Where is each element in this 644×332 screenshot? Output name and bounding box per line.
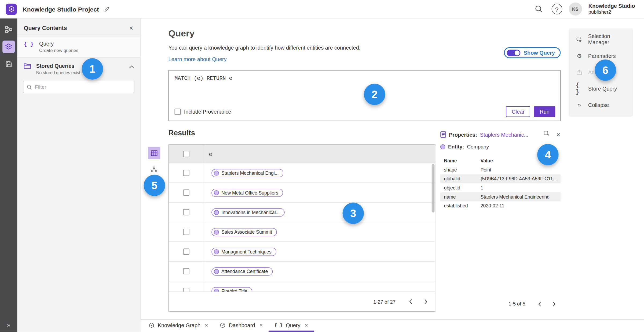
results-page-range: 1-27 of 27 bbox=[373, 299, 396, 304]
close-properties-icon[interactable]: ✕ bbox=[556, 132, 561, 138]
entity-dot-icon bbox=[214, 269, 219, 274]
row-checkbox[interactable] bbox=[183, 189, 189, 196]
property-row: shapePoint bbox=[440, 165, 561, 174]
select-all-checkbox[interactable] bbox=[183, 151, 189, 157]
collapse-chevrons-icon: » bbox=[576, 102, 583, 108]
row-checkbox[interactable] bbox=[183, 170, 189, 176]
entity-chip[interactable]: Attendance Certificate bbox=[211, 267, 273, 275]
properties-entity-link[interactable]: Staplers Mechanic... bbox=[480, 132, 528, 138]
app-window: Knowledge Studio Project ? KS Knowledge … bbox=[0, 0, 644, 332]
results-pagination: 1-27 of 27 bbox=[169, 292, 435, 311]
row-checkbox[interactable] bbox=[183, 288, 189, 292]
table-view-icon[interactable] bbox=[148, 147, 160, 159]
show-query-toggle[interactable]: Show Query bbox=[504, 47, 561, 58]
learn-more-link[interactable]: Learn more about Query bbox=[169, 56, 227, 62]
properties-prev-page-icon[interactable] bbox=[534, 299, 545, 309]
expand-rail-icon[interactable]: » bbox=[0, 322, 17, 329]
run-button[interactable]: Run bbox=[534, 106, 555, 117]
main-content: Query You can query a knowledge graph to… bbox=[140, 18, 644, 319]
add-to-selection-icon[interactable] bbox=[543, 130, 550, 139]
toggle-switch-icon[interactable] bbox=[507, 49, 521, 56]
include-provenance-label: Include Provenance bbox=[184, 109, 231, 115]
layers-icon[interactable] bbox=[2, 41, 15, 53]
results-prev-page-icon[interactable] bbox=[405, 296, 416, 307]
row-checkbox[interactable] bbox=[183, 209, 189, 215]
entity-chip[interactable]: New Metal Office Suppliers bbox=[211, 188, 283, 197]
user-info: Knowledge Studio publisher2 bbox=[588, 3, 638, 15]
close-tab-icon[interactable]: ✕ bbox=[204, 323, 208, 328]
property-row: globalid{5D9B4713-F98D-4A53-A59F-C11... bbox=[440, 174, 561, 184]
user-avatar[interactable]: KS bbox=[569, 2, 582, 16]
filter-input[interactable] bbox=[35, 84, 131, 90]
folder-icon bbox=[24, 63, 31, 69]
entity-dot-icon bbox=[214, 289, 219, 292]
results-scrollbar[interactable] bbox=[432, 164, 435, 212]
tab-query[interactable]: { } Query ✕ bbox=[269, 320, 314, 332]
annotation-badge-4: 4 bbox=[537, 144, 559, 165]
entity-dot-icon bbox=[214, 210, 219, 215]
clear-button[interactable]: Clear bbox=[506, 106, 530, 117]
search-icon[interactable] bbox=[533, 3, 545, 15]
entity-chip[interactable]: Innovations in Mechanical... bbox=[211, 208, 284, 217]
close-panel-icon[interactable]: ✕ bbox=[129, 25, 134, 31]
tab-knowledge-graph[interactable]: Knowledge Graph ✕ bbox=[143, 320, 214, 332]
entity-type-value: Company bbox=[467, 144, 489, 150]
query-item[interactable]: { } Query Create new queries bbox=[17, 36, 140, 58]
properties-pagination: 1-5 of 5 bbox=[440, 297, 561, 311]
query-item-sublabel: Create new queries bbox=[39, 48, 78, 53]
query-description: You can query a knowledge graph to ident… bbox=[169, 45, 361, 51]
row-checkbox[interactable] bbox=[183, 249, 189, 255]
close-tab-icon[interactable]: ✕ bbox=[259, 323, 263, 328]
properties-page-range: 1-5 of 5 bbox=[508, 301, 525, 307]
query-tab-braces-icon: { } bbox=[275, 323, 283, 328]
entity-chip[interactable]: Staplers Mechanical Engi... bbox=[211, 169, 283, 177]
filter-field bbox=[23, 81, 134, 93]
entity-chip[interactable]: Sales Associate Summit bbox=[211, 228, 277, 236]
property-row: objectid1 bbox=[440, 183, 561, 192]
tab-dashboard[interactable]: Dashboard ✕ bbox=[214, 320, 269, 332]
property-row: nameStaplers Mechanical Engineering bbox=[440, 192, 561, 202]
project-title: Knowledge Studio Project bbox=[23, 6, 99, 13]
properties-next-page-icon[interactable] bbox=[548, 299, 559, 309]
menu-item-collapse[interactable]: » Collapse bbox=[570, 97, 632, 113]
results-next-page-icon[interactable] bbox=[420, 296, 431, 307]
table-row: New Metal Office Suppliers bbox=[169, 183, 435, 203]
menu-item-store-query[interactable]: { } Store Query bbox=[570, 80, 632, 97]
stored-queries-sublabel: No stored queries exist bbox=[36, 70, 80, 75]
stored-queries-section[interactable]: Stored Queries No stored queries exist bbox=[17, 57, 140, 77]
annotation-badge-3: 3 bbox=[343, 203, 364, 224]
edit-title-icon[interactable] bbox=[104, 6, 110, 12]
entity-dot-icon bbox=[214, 249, 219, 254]
menu-item-selection-manager[interactable]: Selection Manager bbox=[570, 31, 632, 47]
collapse-section-icon[interactable] bbox=[129, 63, 134, 71]
graph-view-icon[interactable] bbox=[148, 163, 160, 176]
data-model-icon[interactable] bbox=[2, 23, 15, 36]
row-checkbox[interactable] bbox=[183, 268, 189, 274]
show-query-label: Show Query bbox=[524, 50, 555, 56]
query-expression[interactable]: MATCH (e) RETURN e bbox=[175, 76, 232, 82]
entity-chip[interactable]: Firebird Title bbox=[211, 287, 252, 292]
table-row: Innovations in Mechanical... bbox=[169, 203, 435, 222]
app-logo-icon[interactable] bbox=[6, 3, 17, 14]
store-query-braces-icon: { } bbox=[576, 82, 583, 95]
entity-chip[interactable]: Managment Techniques bbox=[211, 248, 276, 256]
query-contents-panel: Query Contents ✕ { } Query Create new qu… bbox=[17, 18, 140, 332]
results-table-header: e bbox=[169, 145, 435, 163]
results-table-body: Staplers Mechanical Engi... New Metal Of… bbox=[169, 163, 435, 292]
entity-dot-icon bbox=[214, 170, 219, 175]
include-provenance-checkbox[interactable] bbox=[175, 109, 181, 115]
help-icon[interactable]: ? bbox=[551, 4, 562, 14]
add-to-map-icon bbox=[576, 69, 583, 75]
results-title: Results bbox=[169, 129, 195, 137]
column-header-e[interactable]: e bbox=[204, 145, 435, 163]
top-bar: Knowledge Studio Project ? KS Knowledge … bbox=[0, 0, 644, 18]
table-row: Managment Techniques bbox=[169, 242, 435, 262]
close-tab-icon[interactable]: ✕ bbox=[305, 323, 308, 328]
table-row: Sales Associate Summit bbox=[169, 222, 435, 242]
save-icon[interactable] bbox=[2, 58, 15, 70]
properties-label: Properties: bbox=[449, 132, 477, 138]
row-checkbox[interactable] bbox=[183, 229, 189, 235]
view-tab-bar: Knowledge Graph ✕ Dashboard ✕ { } Query … bbox=[140, 319, 644, 332]
panel-title: Query Contents bbox=[24, 25, 67, 31]
knowledge-graph-tab-icon bbox=[149, 322, 154, 328]
